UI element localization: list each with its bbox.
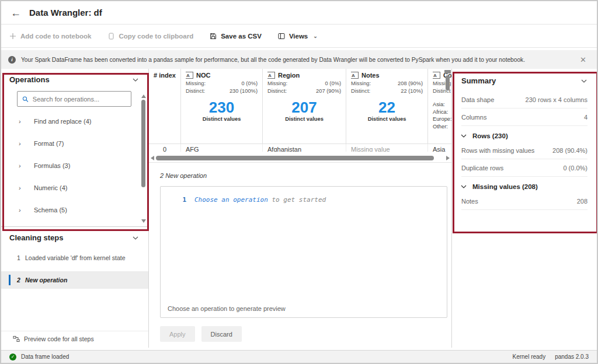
operations-section: Operations › Find and replace (4) › Form… [1, 69, 148, 227]
summary-rows-missing: Rows with missing values208 (90.4%) [461, 142, 587, 159]
views-button[interactable]: Views ⌄ [278, 33, 318, 40]
scroll-thumb[interactable] [141, 100, 145, 187]
search-icon [22, 96, 29, 103]
chevron-right-icon: › [19, 184, 34, 191]
preview-code-icon [13, 335, 20, 342]
copy-code-label: Copy code to clipboard [119, 33, 193, 40]
grid-horizontal-scrollbar[interactable] [149, 153, 451, 162]
index-column-header[interactable]: # index [149, 69, 181, 144]
op-group-schema[interactable]: › Schema (5) [1, 199, 148, 221]
text-type-icon: A [267, 72, 275, 79]
kernel-status: Kernel ready [512, 354, 545, 360]
op-group-find-and-replace[interactable]: › Find and replace (4) [1, 110, 148, 132]
data-wrangler-window: ← Data Wrangler: df Add code to notebook… [0, 0, 598, 364]
toolbar: Add code to notebook Copy code to clipbo… [1, 24, 597, 48]
operations-header[interactable]: Operations [1, 69, 148, 89]
info-icon: i [8, 56, 16, 64]
spacer [1, 289, 148, 331]
center-panel: # index ANOC Missing:0 (0%) Distinct:230… [149, 69, 451, 348]
scroll-down-icon[interactable] [141, 219, 146, 223]
column-header-region[interactable]: ARegion Missing:0 (0%) Distinct:207 (90%… [263, 69, 346, 144]
copy-code-button[interactable]: Copy code to clipboard [107, 33, 193, 40]
summary-data-shape: Data shape230 rows x 4 columns [461, 91, 587, 108]
plus-icon [9, 33, 16, 40]
save-icon [210, 33, 217, 40]
clipboard-icon [107, 33, 114, 40]
summary-panel: Summary Data shape230 rows x 4 columns C… [451, 69, 597, 348]
chevron-down-icon [460, 183, 467, 190]
chevron-right-icon: › [19, 206, 34, 214]
chevron-down-icon[interactable] [132, 235, 139, 242]
op-group-format[interactable]: › Format (7) [1, 132, 148, 155]
scroll-up-icon[interactable] [141, 94, 146, 98]
cleaning-step-2-active[interactable]: 2 New operation [1, 271, 148, 289]
code-preview-box: 1 Choose an operation to get started Cho… [160, 186, 447, 318]
operations-scrollbar[interactable] [140, 94, 147, 223]
table-row[interactable]: 0 AFG Afghanistan Missing value Asia [149, 144, 451, 152]
distinct-count: 230 [186, 100, 258, 115]
text-type-icon: A [433, 72, 440, 79]
cleaning-steps-title: Cleaning steps [9, 233, 63, 242]
info-banner: i Your Spark DataFrame has been converte… [1, 50, 597, 69]
views-layout-icon [278, 33, 285, 40]
op-group-numeric[interactable]: › Numeric (4) [1, 177, 148, 199]
distinct-count: 22 [351, 100, 423, 115]
data-grid: # index ANOC Missing:0 (0%) Distinct:230… [149, 69, 451, 163]
summary-columns: Columns4 [461, 108, 587, 126]
chevron-right-icon: › [19, 162, 34, 169]
column-header-noc[interactable]: ANOC Missing:0 (0%) Distinct:230 (100%) … [181, 69, 263, 144]
column-header-notes[interactable]: ANotes Missing:208 (90%) Distinct:22 (10… [346, 69, 428, 144]
add-code-label: Add code to notebook [20, 33, 91, 40]
operations-title: Operations [9, 75, 50, 84]
title-bar: ← Data Wrangler: df [1, 1, 597, 24]
operations-search[interactable] [17, 91, 131, 107]
chevron-right-icon: › [19, 118, 34, 125]
back-arrow-icon[interactable]: ← [11, 8, 21, 18]
summary-duplicate-rows: Duplicate rows0 (0.0%) [461, 159, 587, 177]
scroll-right-icon[interactable] [446, 156, 450, 160]
distinct-count: 207 [267, 100, 341, 115]
text-type-icon: A [186, 72, 193, 79]
save-as-csv-button[interactable]: Save as CSV [210, 33, 262, 40]
active-step-indicator [9, 275, 11, 285]
summary-title: Summary [461, 76, 496, 85]
main-area: Operations › Find and replace (4) › Form… [1, 69, 597, 348]
search-input[interactable] [33, 96, 126, 103]
cleaning-step-1[interactable]: 1 Loaded variable 'df' from kernel state [1, 249, 148, 267]
banner-close-icon[interactable]: ✕ [576, 55, 590, 64]
views-label: Views [289, 33, 308, 40]
scroll-up-icon[interactable] [444, 70, 451, 74]
left-panel: Operations › Find and replace (4) › Form… [1, 69, 149, 348]
summary-rows-section[interactable]: Rows (230) [452, 126, 597, 142]
op-group-formulas[interactable]: › Formulas (3) [1, 155, 148, 177]
apply-button[interactable]: Apply [160, 326, 195, 342]
category-list: Asia: Africa: Europe: Other: [433, 101, 443, 130]
summary-missing-values-section[interactable]: Missing values (208) [452, 177, 597, 192]
chevron-down-icon[interactable] [132, 76, 139, 83]
save-csv-label: Save as CSV [221, 33, 262, 40]
scroll-thumb[interactable] [446, 75, 450, 90]
status-bar: ✓ Data frame loaded Kernel ready pandas … [1, 350, 597, 363]
scroll-thumb[interactable] [156, 156, 434, 160]
text-type-icon: A [351, 72, 359, 79]
page-title: Data Wrangler: df [29, 8, 102, 18]
status-message: Data frame loaded [21, 354, 69, 360]
operations-list: › Find and replace (4) › Format (7) › Fo… [1, 110, 148, 221]
cleaning-steps-header[interactable]: Cleaning steps [1, 227, 148, 247]
scroll-left-icon[interactable] [151, 156, 154, 160]
line-number: 1 [161, 196, 186, 204]
preview-code-all-steps-button[interactable]: Preview code for all steps [1, 331, 148, 348]
chevron-right-icon: › [19, 140, 34, 147]
add-code-to-notebook-button[interactable]: Add code to notebook [9, 33, 91, 40]
grid-vertical-scrollbar[interactable] [444, 70, 451, 145]
cleaning-steps-section: Cleaning steps 1 Loaded variable 'df' fr… [1, 227, 148, 348]
step-label: Loaded variable 'df' from kernel state [25, 254, 126, 261]
chevron-down-icon: ⌄ [313, 33, 318, 39]
choose-operation-link[interactable]: Choose an operation [194, 196, 268, 204]
success-check-icon: ✓ [9, 354, 16, 360]
preview-hint: Choose an operation to generate preview [168, 305, 286, 312]
discard-button[interactable]: Discard [201, 326, 242, 342]
summary-header[interactable]: Summary [452, 69, 597, 91]
chevron-down-icon[interactable] [580, 78, 587, 85]
step-label: New operation [25, 276, 67, 284]
